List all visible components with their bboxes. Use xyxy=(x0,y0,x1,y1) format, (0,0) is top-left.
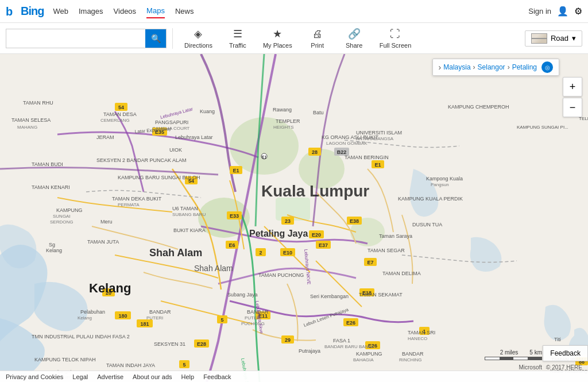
road-thumbnail xyxy=(531,33,547,44)
settings-icon[interactable]: ⚙ xyxy=(574,6,582,17)
sign-in-button[interactable]: Sign in xyxy=(528,7,551,16)
svg-text:Kuala Lumpur: Kuala Lumpur xyxy=(261,182,369,200)
svg-text:BAHAGIA: BAHAGIA xyxy=(353,357,374,362)
svg-text:b: b xyxy=(6,5,13,18)
svg-text:E1: E1 xyxy=(374,162,381,168)
svg-text:KAMPUNG KUALA PERDIK: KAMPUNG KUALA PERDIK xyxy=(398,196,463,202)
svg-text:5: 5 xyxy=(183,362,185,368)
svg-text:E38: E38 xyxy=(350,218,359,224)
footer-help[interactable]: Help xyxy=(181,373,195,380)
toolbar-right: Road ▾ xyxy=(525,30,582,47)
search-button[interactable]: 🔍 xyxy=(145,29,166,48)
traffic-icon: ☰ xyxy=(233,28,242,40)
scale-visual xyxy=(485,357,542,360)
svg-text:Kuang: Kuang xyxy=(200,109,215,114)
feedback-button[interactable]: Feedback xyxy=(543,345,588,361)
breadcrumb-city[interactable]: Petaling xyxy=(512,63,537,71)
svg-text:TMN INDUSTRIAL PULAU INDAH FAS: TMN INDUSTRIAL PULAU INDAH FASA 2 xyxy=(32,334,130,339)
toolbar: 🔍 ◈ Directions ☰ Traffic ★ My Places 🖨 P… xyxy=(0,23,588,54)
nav-web[interactable]: Web xyxy=(53,5,68,18)
footer-about-ads[interactable]: About our ads xyxy=(133,373,172,380)
svg-text:TAMAN JUTA: TAMAN JUTA xyxy=(87,239,119,245)
svg-text:TAMAN SEKAMAT: TAMAN SEKAMAT xyxy=(359,292,403,298)
person-icon[interactable]: 👤 xyxy=(557,6,568,17)
svg-text:E7: E7 xyxy=(367,260,373,265)
breadcrumb-arrow[interactable]: › xyxy=(439,63,442,72)
map-breadcrumb[interactable]: › Malaysia › Selangor › Petaling ◎ xyxy=(432,59,559,76)
svg-text:Meru: Meru xyxy=(100,219,113,225)
my-places-icon: ★ xyxy=(273,28,282,40)
svg-text:HEIGHTS: HEIGHTS xyxy=(273,125,294,130)
directions-button[interactable]: ◈ Directions xyxy=(179,25,218,51)
breadcrumb-state[interactable]: Selangor xyxy=(478,63,505,71)
zoom-controls: + − xyxy=(563,77,582,117)
road-chevron-icon: ▾ xyxy=(572,34,576,43)
bing-logo[interactable]: b Bing xyxy=(6,5,44,18)
nav-maps[interactable]: Maps xyxy=(146,4,165,18)
print-button[interactable]: 🖨 Print xyxy=(300,26,335,51)
svg-text:E26: E26 xyxy=(346,320,355,326)
full-screen-label: Full Screen xyxy=(380,42,412,49)
svg-text:TAMAN SRI: TAMAN SRI xyxy=(408,330,435,335)
footer-privacy[interactable]: Privacy and Cookies xyxy=(6,373,63,380)
svg-text:BANDAR: BANDAR xyxy=(402,351,424,357)
scale-km: 5 km xyxy=(529,349,542,356)
svg-text:KAMPUNG: KAMPUNG xyxy=(56,207,83,213)
header: b Bing Web Images Videos Maps News Sign … xyxy=(0,0,588,23)
map-credit: Microsoft xyxy=(519,364,542,371)
road-view-button[interactable]: Road ▾ xyxy=(525,30,582,47)
svg-text:SEKSYEN 31: SEKSYEN 31 xyxy=(154,341,185,347)
svg-text:DUSUN TUA: DUSUN TUA xyxy=(412,222,442,227)
nav-videos[interactable]: Videos xyxy=(114,5,137,18)
share-icon: 🔗 xyxy=(348,28,361,40)
full-screen-button[interactable]: ⛶ Full Screen xyxy=(374,26,417,51)
svg-text:TAMAN INDAH JAYA: TAMAN INDAH JAYA xyxy=(106,362,155,368)
svg-text:PANGSAPURI: PANGSAPURI xyxy=(155,119,188,125)
svg-text:MAHANG: MAHANG xyxy=(17,125,37,130)
bing-logo-text: Bing xyxy=(21,5,44,18)
svg-text:Batu: Batu xyxy=(313,110,324,115)
header-right: Sign in 👤 ⚙ xyxy=(528,6,582,17)
svg-text:Shah Alam: Shah Alam xyxy=(194,264,233,273)
footer-feedback[interactable]: Feedback xyxy=(203,373,231,380)
svg-text:Petaling Jaya: Petaling Jaya xyxy=(249,229,308,238)
my-places-label: My Places xyxy=(263,42,292,49)
breadcrumb-country[interactable]: Malaysia xyxy=(443,63,470,71)
svg-text:SERDONG: SERDONG xyxy=(50,219,73,225)
svg-text:TAMAN BERINGIN: TAMAN BERINGIN xyxy=(345,155,389,160)
print-label: Print xyxy=(311,42,324,49)
svg-text:BUKIT KIARA: BUKIT KIARA xyxy=(173,227,206,233)
footer-advertise[interactable]: Advertise xyxy=(97,373,123,380)
zoom-out-button[interactable]: − xyxy=(563,98,582,117)
map-svg: E35 E6 E10 E37 E38 E11 E26 E26 E1 E33 E7… xyxy=(0,54,588,382)
svg-text:SUNGAI: SUNGAI xyxy=(53,214,71,219)
my-places-button[interactable]: ★ My Places xyxy=(257,25,298,51)
svg-text:TEMPLER: TEMPLER xyxy=(276,118,300,124)
svg-text:ANTARABANGSA: ANTARABANGSA xyxy=(356,136,394,141)
map-container[interactable]: E35 E6 E10 E37 E38 E11 E26 E26 E1 E33 E7… xyxy=(0,54,588,382)
svg-text:E1: E1 xyxy=(262,155,267,159)
svg-text:KAMPUNG BARU SUNGAI BULOH: KAMPUNG BARU SUNGAI BULOH xyxy=(118,175,200,180)
svg-text:TAMAN RHU: TAMAN RHU xyxy=(23,100,53,106)
svg-text:181: 181 xyxy=(140,321,149,327)
road-label: Road xyxy=(551,34,568,43)
svg-text:TAMAN DELIMA: TAMAN DELIMA xyxy=(382,271,421,276)
svg-text:54: 54 xyxy=(118,105,124,110)
footer-legal[interactable]: Legal xyxy=(72,373,88,380)
traffic-button[interactable]: ☰ Traffic xyxy=(220,25,255,51)
svg-text:U6 TAMAN: U6 TAMAN xyxy=(172,206,198,211)
location-target-button[interactable]: ◎ xyxy=(541,61,553,73)
svg-text:SUBANG BARU: SUBANG BARU xyxy=(172,212,206,217)
scale-bar: 2 miles 5 km xyxy=(485,349,542,360)
svg-text:Titi: Titi xyxy=(554,337,561,342)
scale-miles: 2 miles xyxy=(500,349,519,356)
nav-images[interactable]: Images xyxy=(79,5,103,18)
svg-text:KAMPUNG CHEMPEROH: KAMPUNG CHEMPEROH xyxy=(448,104,509,110)
search-input[interactable] xyxy=(6,29,145,48)
share-button[interactable]: 🔗 Share xyxy=(337,25,372,51)
map-copyright: © 2017 HERE xyxy=(546,364,582,371)
zoom-in-button[interactable]: + xyxy=(563,77,582,97)
svg-text:FASA 1: FASA 1 xyxy=(333,338,350,344)
svg-text:BANDAR BARU BANGI: BANDAR BARU BANGI xyxy=(324,344,373,349)
nav-news[interactable]: News xyxy=(175,5,194,18)
